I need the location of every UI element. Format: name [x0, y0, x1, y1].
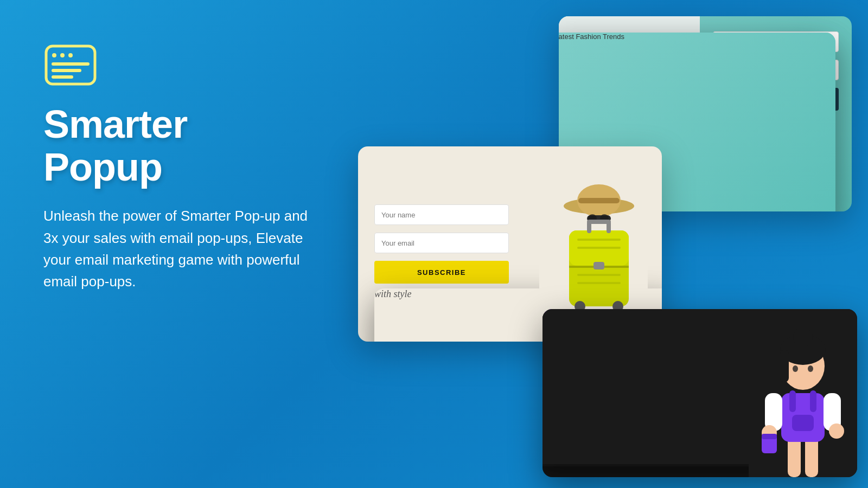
svg-rect-28 — [578, 198, 620, 203]
card-dark: Signup Now Signup our newsletter and get… — [542, 309, 857, 477]
svg-rect-49 — [792, 415, 814, 431]
svg-point-3 — [68, 53, 73, 57]
relex-subscribe-button[interactable]: SUBSCRIBE — [374, 261, 509, 284]
svg-rect-4 — [52, 62, 90, 66]
svg-rect-52 — [789, 390, 796, 412]
svg-point-2 — [60, 53, 65, 57]
app-logo — [43, 43, 98, 87]
dark-character-image — [749, 309, 857, 477]
svg-rect-37 — [607, 221, 611, 233]
main-title: Smarter Popup — [43, 103, 358, 189]
left-section: Smarter Popup Unleash the power of Smart… — [43, 43, 358, 293]
main-description: Unleash the power of Smarter Pop-up and … — [43, 205, 326, 292]
svg-point-63 — [829, 423, 844, 439]
svg-rect-40 — [577, 274, 621, 276]
svg-rect-53 — [810, 390, 816, 412]
relex-email-input[interactable] — [374, 233, 509, 253]
svg-point-59 — [808, 365, 813, 372]
fashion-form: Get Updated with latest Fashion Trends S… — [700, 16, 852, 211]
relex-form: RELEX with style SUBSCRIBE — [358, 146, 525, 342]
svg-rect-39 — [577, 247, 621, 249]
svg-point-1 — [52, 53, 56, 57]
dark-form: Signup Now Signup our newsletter and get… — [542, 309, 749, 477]
svg-rect-36 — [587, 221, 591, 233]
svg-point-57 — [793, 328, 813, 347]
svg-rect-42 — [593, 262, 604, 269]
svg-rect-38 — [577, 239, 621, 241]
svg-rect-5 — [52, 69, 81, 72]
svg-rect-41 — [577, 282, 621, 284]
svg-rect-6 — [52, 75, 73, 79]
svg-rect-62 — [762, 434, 777, 439]
svg-rect-56 — [780, 350, 789, 382]
relex-name-input[interactable] — [374, 204, 509, 225]
svg-point-58 — [793, 365, 798, 372]
